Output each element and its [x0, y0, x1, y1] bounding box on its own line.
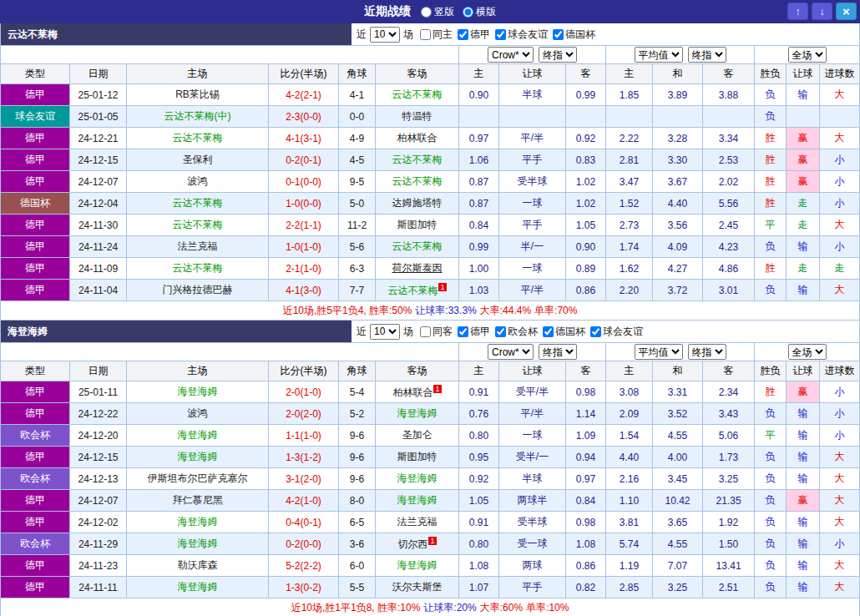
home-team-name[interactable]: 波鸿	[188, 407, 208, 419]
section-header: 海登海姆 近 10 场 同客德甲欧会杯德国杯球会友谊	[0, 321, 860, 342]
scope-select[interactable]: 全场	[788, 344, 827, 360]
away-team-name[interactable]: 斯图加特	[397, 219, 438, 230]
away-team-name[interactable]: 海登海姆	[397, 559, 438, 571]
corner-score: 4-5	[339, 149, 376, 171]
filter-checkbox[interactable]: 同主	[420, 28, 453, 42]
home-team-name[interactable]: 云达不莱梅	[173, 197, 223, 209]
handicap-result-cell: 输	[787, 447, 820, 468]
odds-value: 0.90	[566, 236, 606, 258]
asian-stage-select[interactable]: 终指	[539, 47, 577, 63]
filter-checkbox-label: 德国杯	[555, 325, 585, 339]
odds-value: 0.84	[459, 215, 499, 236]
filter-checkbox-input[interactable]	[553, 29, 564, 40]
summary-row: 近10场,胜1平1负8, 胜率:10%让球率:20%大率:60%单率:10%	[1, 598, 860, 616]
home-team-name[interactable]: 伊斯坦布尔巴萨克塞尔	[148, 472, 248, 484]
column-header: 类型	[1, 361, 70, 381]
layout-radio[interactable]: 横版	[463, 5, 496, 19]
home-team-name[interactable]: 拜仁慕尼黑	[173, 494, 223, 506]
summary-segment: 单率:70%	[534, 305, 577, 316]
home-team-name[interactable]: 门兴格拉德巴赫	[163, 284, 233, 295]
away-team-name[interactable]: 达姆施塔特	[392, 197, 443, 209]
home-team-name[interactable]: 云达不莱梅	[173, 219, 223, 230]
win-loss-cell: 负	[755, 490, 787, 512]
away-team: 柏林联合	[376, 128, 459, 149]
filter-checkbox-input[interactable]	[458, 29, 468, 40]
bookmaker-select[interactable]: Crow*	[488, 344, 534, 360]
away-team-name[interactable]: 荷尔斯泰因	[392, 262, 443, 274]
filter-checkbox[interactable]: 德甲	[458, 325, 490, 339]
home-team-name[interactable]: 海登海姆	[178, 516, 218, 528]
match-date: 24-12-21	[70, 128, 127, 149]
filter-checkbox[interactable]: 球会友谊	[495, 28, 548, 42]
away-team-name[interactable]: 海登海姆	[397, 494, 438, 506]
euro-stage-select[interactable]: 终指	[688, 47, 726, 63]
home-team-name[interactable]: 法兰克福	[178, 240, 218, 252]
layout-radio-input[interactable]	[463, 7, 473, 18]
filter-checkbox-label: 德甲	[470, 28, 490, 42]
bookmaker-select[interactable]: Crow*	[488, 47, 534, 63]
filter-checkbox-input[interactable]	[590, 326, 601, 337]
away-team-name[interactable]: 沃尔夫斯堡	[392, 581, 443, 593]
home-team-name[interactable]: 海登海姆	[178, 538, 218, 549]
filter-checkbox-input[interactable]	[495, 326, 506, 337]
filter-checkbox[interactable]: 德国杯	[543, 325, 585, 339]
filter-checkbox[interactable]: 德国杯	[553, 28, 595, 42]
home-team-name[interactable]: 波鸿	[188, 175, 208, 187]
away-team-name[interactable]: 云达不莱梅	[392, 175, 443, 187]
odds-value: 3.88	[703, 84, 755, 106]
home-team-name[interactable]: 勒沃库森	[178, 559, 218, 571]
away-team-name[interactable]: 云达不莱梅	[392, 88, 443, 100]
match-count-select[interactable]: 10	[370, 27, 400, 43]
euro-average-select[interactable]: 平均值	[635, 344, 683, 360]
scroll-down-button[interactable]: ↓	[812, 3, 832, 20]
away-team-name[interactable]: 云达不莱梅	[387, 285, 438, 296]
red-card-badge: 1	[438, 283, 446, 291]
filter-checkbox[interactable]: 德甲	[458, 28, 490, 42]
filter-checkbox-input[interactable]	[420, 29, 431, 40]
filter-checkbox[interactable]: 欧会杯	[495, 325, 538, 339]
home-team-name[interactable]: 云达不莱梅	[173, 132, 223, 144]
away-team-name[interactable]: 法兰克福	[397, 516, 438, 528]
close-button[interactable]: ×	[836, 3, 857, 20]
away-team-name[interactable]: 柏林联合	[397, 132, 438, 144]
scope-select[interactable]: 全场	[788, 47, 827, 63]
layout-radio[interactable]: 竖版	[421, 5, 454, 19]
competition-badge: 德甲	[1, 84, 70, 106]
away-team-name[interactable]: 特温特	[402, 110, 433, 122]
handicap-result-cell	[787, 106, 820, 128]
asian-stage-select[interactable]: 终指	[539, 344, 577, 360]
filter-checkbox[interactable]: 同客	[420, 325, 453, 339]
home-team-name[interactable]: 海登海姆	[178, 581, 218, 593]
home-team-name[interactable]: 海登海姆	[178, 429, 218, 441]
away-team-name[interactable]: 切尔西	[397, 538, 427, 550]
filter-checkbox-input[interactable]	[420, 326, 431, 337]
scroll-up-button[interactable]: ↑	[787, 3, 808, 20]
away-team-name[interactable]: 云达不莱梅	[392, 240, 443, 252]
match-count-select[interactable]: 10	[370, 324, 400, 340]
away-team-name[interactable]: 斯图加特	[397, 451, 438, 462]
layout-radio-input[interactable]	[421, 7, 432, 18]
filter-checkbox-input[interactable]	[458, 326, 468, 337]
home-team-name[interactable]: 海登海姆	[178, 451, 218, 462]
home-team-name[interactable]: 圣保利	[183, 154, 213, 165]
handicap-result-cell: 输	[787, 236, 820, 258]
home-team: 云达不莱梅	[127, 128, 269, 149]
away-team-name[interactable]: 云达不莱梅	[392, 154, 443, 165]
filter-checkbox-input[interactable]	[543, 326, 554, 337]
away-team: 海登海姆	[376, 555, 459, 577]
handicap-line: 受半/一	[499, 447, 566, 468]
odds-value: 2.22	[606, 128, 653, 149]
filter-checkbox-input[interactable]	[495, 29, 506, 40]
home-team-name[interactable]: 云达不莱梅	[173, 262, 223, 274]
away-team-name[interactable]: 海登海姆	[397, 472, 438, 484]
filter-checkbox[interactable]: 球会友谊	[590, 325, 643, 339]
home-team-name[interactable]: 海登海姆	[178, 386, 218, 397]
home-team-name[interactable]: 云达不莱梅(中)	[164, 110, 231, 122]
away-team-name[interactable]: 柏林联合	[392, 386, 433, 398]
euro-average-select[interactable]: 平均值	[635, 47, 683, 63]
away-team-name[interactable]: 圣加仑	[402, 429, 433, 441]
summary-row: 近10场,胜5平1负4, 胜率:50%让球率:33.3%大率:44.4%单率:7…	[1, 301, 860, 321]
home-team-name[interactable]: RB莱比锡	[175, 88, 220, 100]
euro-stage-select[interactable]: 终指	[688, 344, 726, 360]
away-team-name[interactable]: 海登海姆	[397, 407, 438, 419]
